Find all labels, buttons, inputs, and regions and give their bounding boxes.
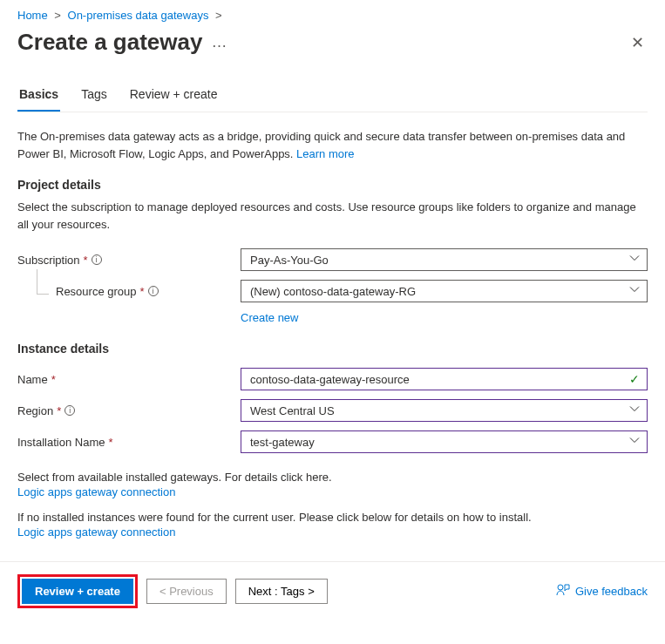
region-select[interactable]: West Central US — [241, 399, 648, 422]
required-icon: * — [84, 254, 88, 267]
installation-name-value: test-gateway — [250, 436, 315, 449]
info-icon[interactable]: i — [148, 286, 159, 296]
required-icon: * — [51, 373, 56, 386]
region-label: Region — [17, 404, 53, 417]
create-new-link[interactable]: Create new — [241, 311, 298, 324]
breadcrumb: Home > On-premises data gateways > — [17, 9, 648, 22]
more-actions-icon[interactable]: … — [211, 33, 228, 51]
installation-name-label: Installation Name — [17, 436, 105, 449]
next-button[interactable]: Next : Tags > — [235, 579, 328, 604]
name-value: contoso-data-gateway-resource — [250, 373, 410, 386]
resource-group-value: (New) contoso-data-gateway-RG — [250, 285, 416, 298]
subscription-label: Subscription — [17, 254, 80, 267]
project-details-heading: Project details — [17, 178, 648, 192]
tab-review[interactable]: Review + create — [128, 80, 220, 112]
tab-tags[interactable]: Tags — [79, 80, 109, 112]
previous-button[interactable]: < Previous — [146, 579, 227, 604]
feedback-icon — [556, 583, 570, 600]
required-icon: * — [57, 404, 61, 417]
breadcrumb-gateways[interactable]: On-premises data gateways — [68, 9, 209, 22]
info-icon[interactable]: i — [92, 254, 102, 265]
svg-point-0 — [558, 585, 563, 590]
required-icon: * — [140, 285, 145, 298]
region-value: West Central US — [250, 404, 335, 417]
review-create-button[interactable]: Review + create — [22, 579, 133, 604]
subscription-value: Pay-As-You-Go — [250, 254, 329, 267]
page-title: Create a gateway — [17, 29, 202, 56]
installation-name-select[interactable]: test-gateway — [241, 430, 648, 453]
highlight-marker: Review + create — [17, 574, 138, 608]
project-details-desc: Select the subscription to manage deploy… — [17, 199, 648, 233]
tab-basics[interactable]: Basics — [17, 80, 60, 112]
gateway-connection-link-1[interactable]: Logic apps gateway connection — [17, 485, 175, 498]
breadcrumb-sep: > — [54, 9, 61, 22]
info-icon[interactable]: i — [64, 405, 75, 416]
gateway-connection-link-2[interactable]: Logic apps gateway connection — [17, 525, 175, 539]
chevron-down-icon — [629, 436, 640, 449]
name-label: Name — [17, 373, 48, 386]
give-feedback-label: Give feedback — [575, 585, 648, 598]
chevron-down-icon — [629, 404, 640, 417]
instance-details-heading: Instance details — [17, 342, 648, 356]
check-icon: ✓ — [629, 372, 640, 386]
tabs: Basics Tags Review + create — [17, 80, 648, 112]
give-feedback-link[interactable]: Give feedback — [556, 583, 648, 600]
resource-group-select[interactable]: (New) contoso-data-gateway-RG — [241, 280, 648, 302]
close-icon[interactable]: ✕ — [628, 30, 648, 56]
intro-text: The On-premises data gateway acts as a b… — [17, 128, 648, 162]
install-help-1: Select from available installed gateways… — [17, 471, 648, 484]
install-help-2: If no installed instances were found for… — [17, 511, 648, 524]
chevron-down-icon — [629, 254, 640, 267]
chevron-down-icon — [629, 285, 640, 298]
subscription-select[interactable]: Pay-As-You-Go — [241, 248, 648, 271]
resource-group-label: Resource group — [56, 285, 137, 298]
required-icon: * — [108, 436, 112, 449]
learn-more-link[interactable]: Learn more — [296, 147, 354, 160]
breadcrumb-home[interactable]: Home — [17, 9, 48, 22]
name-input[interactable]: contoso-data-gateway-resource ✓ — [241, 368, 648, 390]
breadcrumb-sep2: > — [215, 9, 222, 22]
footer: Review + create < Previous Next : Tags >… — [0, 561, 665, 620]
